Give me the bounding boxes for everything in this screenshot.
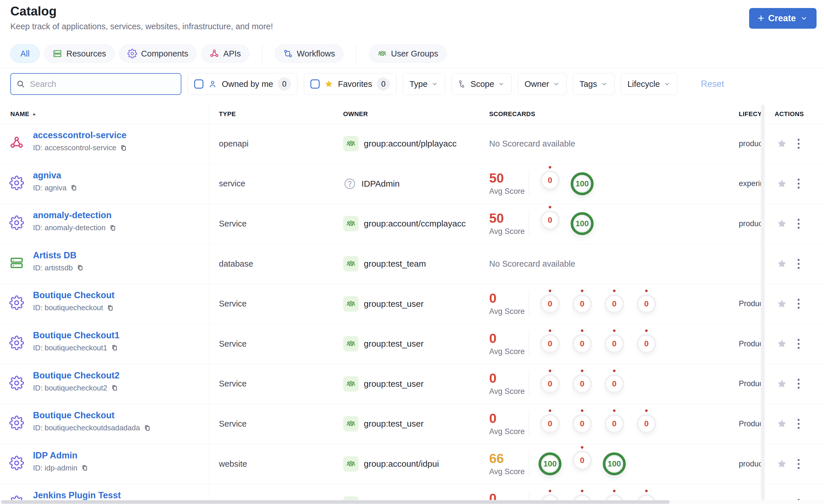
- owner-name: group:account/ccmplayacc: [364, 219, 466, 229]
- scope-dropdown[interactable]: Scope: [451, 73, 512, 95]
- lifecycle-dropdown[interactable]: Lifecycle: [621, 73, 678, 95]
- kebab-menu-icon[interactable]: [796, 297, 801, 310]
- entity-name-link[interactable]: Jenkins Plugin Tesst: [33, 490, 121, 500]
- copy-icon[interactable]: [143, 424, 151, 432]
- kebab-menu-icon[interactable]: [796, 257, 801, 271]
- owner-dropdown[interactable]: Owner: [518, 73, 566, 95]
- actions-cell: [777, 164, 801, 204]
- kebab-menu-icon[interactable]: [796, 137, 801, 150]
- entity-name-link[interactable]: IDP Admin: [33, 451, 78, 461]
- owned-by-me-filter[interactable]: Owned by me 0: [188, 73, 298, 95]
- owner-cell: group:test_user: [343, 404, 423, 444]
- scorecard-badge: 0: [606, 496, 622, 500]
- kebab-menu-icon[interactable]: [796, 497, 801, 500]
- avg-score-label: Avg Score: [489, 347, 529, 356]
- kebab-menu-icon[interactable]: [796, 337, 801, 351]
- entity-name-link[interactable]: Boutique Checkout: [33, 290, 114, 300]
- entity-name-link[interactable]: agniva: [33, 170, 61, 180]
- tab-workflows[interactable]: Workflows: [275, 44, 343, 63]
- favorite-star-icon[interactable]: [777, 338, 787, 349]
- tab-label: User Groups: [391, 49, 438, 58]
- scorecard-badge: 0: [574, 336, 590, 352]
- owned-by-me-label: Owned by me: [222, 80, 273, 89]
- column-header-owner[interactable]: OWNER: [343, 110, 368, 118]
- search-input[interactable]: [29, 79, 176, 89]
- name-cell: Jenkins Plugin TesstID: jenkinstest: [33, 490, 121, 500]
- copy-icon[interactable]: [111, 344, 118, 352]
- scorecard-badge: 0: [542, 416, 558, 432]
- favorite-star-icon[interactable]: [777, 418, 787, 429]
- column-header-scorecards[interactable]: SCORECARDS: [489, 110, 535, 118]
- scorecard-badge-value: 0: [548, 339, 552, 348]
- copy-icon[interactable]: [111, 384, 118, 392]
- column-header-name[interactable]: NAME: [10, 110, 36, 118]
- favorite-star-icon[interactable]: [777, 138, 787, 149]
- entity-name-link[interactable]: Boutique Checkout: [33, 410, 114, 420]
- entity-name-link[interactable]: anomaly-detection: [33, 210, 112, 221]
- tab-bar: AllResourcesComponentsAPIsWorkflowsUser …: [10, 44, 451, 63]
- tab-label: Resources: [66, 49, 106, 58]
- group-icon: [343, 456, 358, 472]
- avg-score-label: Avg Score: [489, 427, 529, 436]
- copy-icon[interactable]: [81, 464, 88, 472]
- favorite-star-icon[interactable]: [777, 178, 787, 189]
- favorites-filter[interactable]: Favorites 0: [304, 73, 397, 95]
- tags-dropdown[interactable]: Tags: [573, 73, 615, 95]
- owner-name: group:account/idpui: [364, 459, 439, 469]
- owner-name: IDPAdmin: [362, 179, 400, 188]
- tab-label: All: [20, 49, 29, 58]
- favorites-count: 0: [377, 78, 390, 91]
- reset-button[interactable]: Reset: [699, 79, 726, 90]
- scorecard-badge: 100: [571, 212, 594, 235]
- create-button[interactable]: + Create: [749, 8, 817, 29]
- kebab-menu-icon[interactable]: [796, 377, 801, 390]
- tab-apis[interactable]: APIs: [201, 44, 249, 63]
- horizontal-scrollbar[interactable]: [0, 500, 824, 504]
- lifecycle-cell: produc: [739, 444, 762, 484]
- entity-name-link[interactable]: accesscontrol-service: [33, 130, 126, 140]
- tab-components[interactable]: Components: [119, 44, 197, 63]
- favorite-star-icon[interactable]: [777, 459, 787, 469]
- type-cell: website: [219, 444, 247, 484]
- type-dropdown[interactable]: Type: [403, 73, 445, 95]
- copy-icon[interactable]: [76, 264, 84, 271]
- horizontal-scrollbar-thumb[interactable]: [1, 500, 670, 504]
- owned-by-me-checkbox[interactable]: [194, 80, 203, 89]
- favorite-star-icon[interactable]: [777, 298, 787, 309]
- favorite-star-icon[interactable]: [777, 378, 787, 389]
- kebab-menu-icon[interactable]: [796, 217, 801, 231]
- column-header-lifecycle[interactable]: LIFECYC: [739, 110, 762, 118]
- lifecycle-cell: [739, 244, 762, 284]
- copy-icon[interactable]: [120, 144, 127, 152]
- kebab-menu-icon[interactable]: [796, 177, 801, 191]
- gear-icon: [9, 336, 24, 350]
- copy-icon[interactable]: [70, 184, 78, 192]
- entity-name-link[interactable]: Boutique Checkout2: [33, 370, 119, 381]
- copy-icon[interactable]: [109, 224, 116, 232]
- lifecycle-cell: Produc: [739, 324, 762, 364]
- group-icon: [343, 416, 358, 431]
- owner-cell: group:test_user: [343, 324, 423, 364]
- tab-user-groups[interactable]: User Groups: [369, 44, 446, 63]
- entity-name-link[interactable]: Artists DB: [33, 250, 77, 261]
- no-scorecard-text: No Scorecard available: [489, 244, 761, 284]
- table-row: agnivaID: agnivaserviceIDPAdmin50Avg Sco…: [0, 164, 824, 204]
- tab-all[interactable]: All: [10, 44, 39, 63]
- column-header-type[interactable]: TYPE: [219, 110, 236, 118]
- favorite-star-icon[interactable]: [777, 258, 787, 269]
- favorite-star-icon[interactable]: [777, 218, 787, 229]
- lifecycle-cell: Produc: [739, 404, 762, 444]
- copy-icon[interactable]: [106, 304, 114, 311]
- favorites-checkbox[interactable]: [310, 80, 320, 89]
- gear-icon: [9, 295, 24, 310]
- score-divider: [529, 410, 529, 437]
- tab-resources[interactable]: Resources: [44, 44, 114, 63]
- kebab-menu-icon[interactable]: [796, 417, 801, 430]
- entity-name-link[interactable]: Boutique Checkout1: [33, 330, 119, 341]
- actions-cell: [777, 364, 801, 404]
- vertical-scrollbar[interactable]: [761, 105, 764, 500]
- kebab-menu-icon[interactable]: [796, 457, 801, 471]
- chevron-down-icon: [431, 80, 438, 88]
- scorecard-badge: 0: [542, 376, 558, 392]
- name-column-divider: [209, 105, 210, 500]
